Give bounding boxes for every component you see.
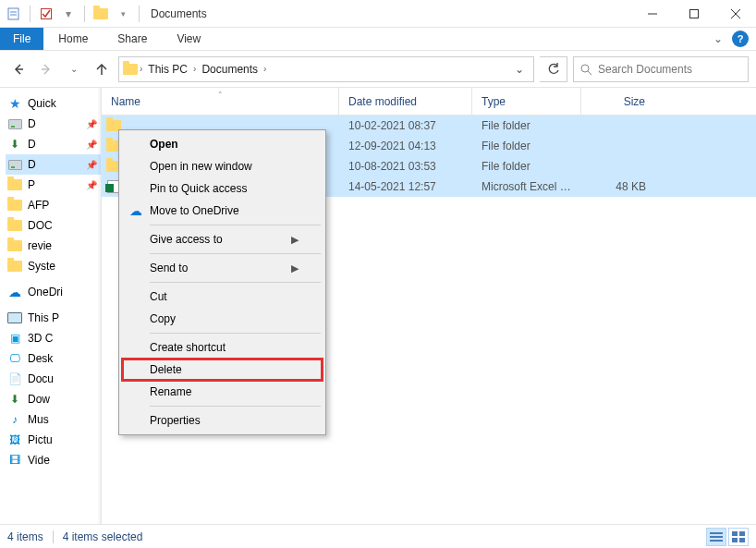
details-view-button[interactable] [706,528,726,546]
titlebar: ▾ ▾ Documents [0,0,756,28]
sidebar-item[interactable]: Syste [6,256,101,276]
ribbon: File Home Share View ⌄ ? [0,28,756,51]
sidebar-item[interactable]: D📌 [6,154,101,175]
separator [150,282,321,283]
close-button[interactable] [714,1,756,27]
ctx-give-access[interactable]: Give access to▶ [122,228,323,250]
ctx-cut[interactable]: Cut [122,286,323,308]
svg-rect-14 [710,536,723,538]
sidebar-item[interactable]: ♪Mus [6,409,101,430]
disk-icon [7,116,22,131]
search-placeholder: Search Documents [598,63,692,76]
window-title: Documents [151,7,207,20]
column-date[interactable]: Date modified [339,88,472,115]
search-icon [579,63,592,76]
sidebar-item[interactable]: ⬇Dow [6,389,101,409]
desktop-icon: 🖵 [7,351,22,366]
ctx-create-shortcut[interactable]: Create shortcut [122,336,323,359]
nav-row: ⌄ › This PC › Documents › ⌄ Search Docum… [0,51,756,88]
column-size[interactable]: Size [581,88,655,115]
svg-rect-0 [8,8,18,19]
back-button[interactable] [7,58,30,80]
sidebar-item[interactable]: DOC [6,215,101,236]
up-button[interactable] [91,58,113,80]
status-selected-count: 4 items selected [63,530,143,543]
ctx-move-onedrive[interactable]: ☁ Move to OneDrive [122,200,323,222]
svg-line-12 [588,71,591,75]
svg-rect-19 [739,538,745,542]
quick-access-root[interactable]: ★ Quick [6,93,101,114]
search-box[interactable]: Search Documents [573,56,749,82]
ctx-open[interactable]: Open [122,133,323,155]
tab-view[interactable]: View [162,32,215,45]
submenu-arrow-icon: ▶ [291,262,299,274]
status-bar: 4 items 4 items selected [0,524,756,548]
ctx-send-to[interactable]: Send to▶ [122,257,323,279]
folder-icon [7,177,22,192]
sidebar-item[interactable]: 🖼Pictu [6,430,101,450]
sidebar-item[interactable]: 🎞Vide [6,450,101,470]
svg-rect-16 [732,531,738,536]
ctx-rename[interactable]: Rename [122,381,323,403]
thumbnails-view-button[interactable] [728,528,749,546]
onedrive-icon: ☁ [128,202,144,219]
sidebar-item[interactable]: 🖵Desk [6,348,101,369]
properties-icon[interactable] [6,3,22,25]
breadcrumb-documents[interactable]: Documents [198,63,262,76]
tab-home[interactable]: Home [43,32,103,45]
address-bar[interactable]: › This PC › Documents › ⌄ [118,56,534,82]
qat-dropdown2-icon[interactable]: ▾ [115,3,131,25]
pictures-icon: 🖼 [7,432,22,447]
sidebar-item[interactable]: AFP [6,195,101,215]
recent-dropdown-icon[interactable]: ⌄ [63,58,85,80]
help-icon[interactable]: ? [732,30,749,47]
sidebar-item[interactable]: P📌 [6,175,101,195]
ctx-open-new-window[interactable]: Open in new window [122,155,323,177]
breadcrumb-thispc[interactable]: This PC [144,63,191,76]
select-icon[interactable] [38,3,55,25]
videos-icon: 🎞 [7,453,22,468]
status-item-count: 4 items [7,530,43,543]
context-menu: Open Open in new window Pin to Quick acc… [118,129,326,435]
svg-rect-17 [739,531,745,536]
sidebar-item[interactable]: D📌 [6,114,101,134]
submenu-arrow-icon: ▶ [291,234,299,246]
column-headers: Name ˄ Date modified Type Size [102,88,756,116]
sidebar-item[interactable]: ⬇D📌 [6,134,101,154]
minimize-button[interactable] [631,1,673,27]
maximize-button[interactable] [673,1,714,27]
column-type[interactable]: Type [472,88,581,115]
ctx-properties[interactable]: Properties [122,409,323,432]
sidebar-item[interactable]: 📄Docu [6,369,101,389]
ribbon-expand-icon[interactable]: ⌄ [713,32,723,45]
address-dropdown-icon[interactable]: ⌄ [509,63,530,76]
svg-rect-13 [710,532,723,534]
folder-icon [7,198,22,213]
ctx-pin-quick[interactable]: Pin to Quick access [122,177,323,200]
navigation-pane[interactable]: ★ Quick D📌 ⬇D📌 D📌 P📌 AFP DOC revie Syste… [0,88,102,524]
folder-icon [7,218,22,233]
sort-asc-icon: ˄ [218,91,223,100]
file-tab[interactable]: File [0,28,43,50]
forward-button[interactable] [35,58,57,80]
svg-rect-18 [732,538,738,542]
onedrive-root[interactable]: ☁ OneDri [6,282,101,302]
svg-point-11 [581,65,589,72]
chevron-right-icon[interactable]: › [263,64,266,74]
tab-share[interactable]: Share [103,32,162,45]
svg-rect-5 [689,9,698,18]
ctx-delete[interactable]: Delete [122,359,323,381]
qat-dropdown-icon[interactable]: ▾ [60,3,77,25]
chevron-right-icon[interactable]: › [140,64,142,74]
chevron-right-icon[interactable]: › [193,64,196,74]
refresh-button[interactable] [540,56,567,82]
ctx-copy[interactable]: Copy [122,308,323,330]
thispc-root[interactable]: This P [6,308,101,328]
folder-icon [7,238,22,253]
sidebar-item[interactable]: ▣3D C [6,328,101,348]
column-name[interactable]: Name ˄ [102,88,339,115]
sidebar-item[interactable]: revie [6,236,101,256]
separator [150,333,321,334]
folder-icon [7,259,22,274]
separator [150,253,321,254]
